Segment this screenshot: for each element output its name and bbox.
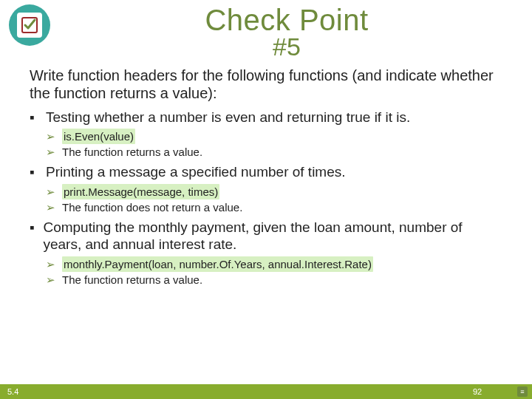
footer-section-number: 5.4 <box>7 387 18 396</box>
chevron-icon: ➢ <box>46 144 56 160</box>
item-text: Computing the monthly payment, given the… <box>43 219 502 253</box>
return-text: The function returns a value. <box>62 272 202 287</box>
chevron-icon: ➢ <box>46 272 56 287</box>
title-sub: #5 <box>50 34 523 61</box>
square-bullet-icon: ▪ <box>30 164 40 181</box>
slide: Check Point #5 Write function headers fo… <box>0 0 532 399</box>
list-item: ▪ Testing whether a number is even and r… <box>30 109 502 160</box>
checkbox-icon <box>9 4 50 46</box>
item-return-line: ➢ The function returns a value. <box>46 144 502 160</box>
item-signature-line: ➢ is.Even(value) <box>46 129 502 144</box>
item-signature-line: ➢ print.Message(message, times) <box>46 184 502 200</box>
footer-page-number: 92 <box>473 387 482 396</box>
chevron-icon: ➢ <box>46 129 56 144</box>
content: Write function headers for the following… <box>0 61 532 384</box>
list-item: ▪ Printing a message a specified number … <box>30 164 502 215</box>
item-text: Testing whether a number is even and ret… <box>46 109 410 126</box>
item-heading: ▪ Printing a message a specified number … <box>30 164 502 181</box>
footer-bar: 5.4 92 ≡ <box>0 384 532 399</box>
prompt-text: Write function headers for the following… <box>30 66 502 102</box>
title-block: Check Point #5 <box>50 4 523 61</box>
chevron-icon: ➢ <box>46 200 56 215</box>
square-bullet-icon: ▪ <box>30 219 37 253</box>
item-signature-line: ➢ monthly.Payment(loan, number.Of.Years,… <box>46 256 502 272</box>
return-text: The function does not return a value. <box>62 200 242 215</box>
header: Check Point #5 <box>0 0 532 61</box>
list-item: ▪ Computing the monthly payment, given t… <box>30 219 502 287</box>
square-bullet-icon: ▪ <box>30 109 40 126</box>
return-text: The function returns a value. <box>62 144 202 160</box>
function-signature: print.Message(message, times) <box>62 184 219 200</box>
item-text: Printing a message a specified number of… <box>46 164 346 181</box>
item-heading: ▪ Testing whether a number is even and r… <box>30 109 502 126</box>
function-signature: is.Even(value) <box>62 129 135 144</box>
item-heading: ▪ Computing the monthly payment, given t… <box>30 219 502 253</box>
chevron-icon: ➢ <box>46 184 56 200</box>
function-signature: monthly.Payment(loan, number.Of.Years, a… <box>62 256 373 272</box>
title-main: Check Point <box>50 4 523 35</box>
checkbox-card <box>17 13 42 38</box>
footer-badge-icon: ≡ <box>517 386 528 397</box>
item-return-line: ➢ The function does not return a value. <box>46 200 502 215</box>
item-return-line: ➢ The function returns a value. <box>46 272 502 287</box>
chevron-icon: ➢ <box>46 256 56 272</box>
